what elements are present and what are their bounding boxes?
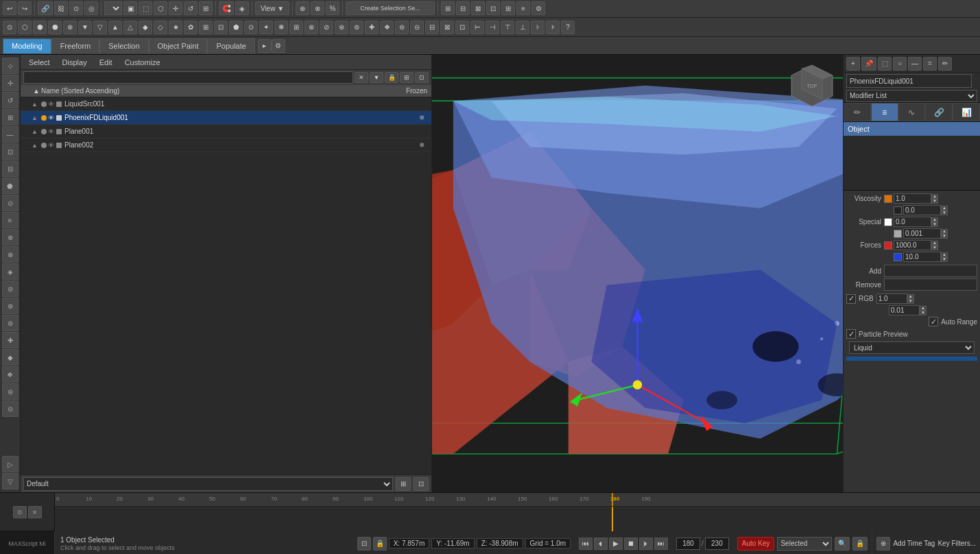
remove-box[interactable]	[884, 278, 977, 291]
lt-link[interactable]: —	[2, 126, 19, 143]
percent-btn[interactable]: %	[326, 1, 339, 15]
scene-item-phoenix[interactable]: ▲ 👁 PhoenixFDLiquid001 ❄	[21, 111, 431, 125]
tb-misc4[interactable]: ⊡	[486, 1, 500, 15]
lock-selection-btn[interactable]: ⊡	[357, 537, 371, 551]
scene-item-plane001[interactable]: ▲ 👁 Plane001	[21, 125, 431, 138]
bind2-btn[interactable]: ◎	[84, 1, 98, 15]
filter-dropdown[interactable]: All	[104, 1, 122, 15]
tb2-9[interactable]: △	[123, 21, 137, 34]
create-sel-btn[interactable]: Create Selection Se...	[346, 1, 435, 15]
tb2-22[interactable]: ⊘	[320, 21, 333, 34]
rp-minus-btn[interactable]: —	[908, 57, 922, 71]
lt-icon19[interactable]: ⊜	[2, 383, 19, 400]
forces-spin1[interactable]: ▲ ▼	[931, 241, 938, 250]
tb2-26[interactable]: ❖	[380, 21, 394, 34]
lt-icon16[interactable]: ✚	[2, 332, 19, 348]
snap-btn[interactable]: 🧲	[219, 1, 234, 15]
lt-move[interactable]: ✛	[2, 75, 19, 91]
go-end-btn[interactable]: ⏭	[654, 538, 668, 550]
forces-value1[interactable]	[894, 240, 931, 250]
view-dropdown[interactable]: View ▼	[255, 1, 289, 15]
add-time-tag-label[interactable]: Add Time Tag	[893, 540, 935, 547]
move-btn[interactable]: ✛	[169, 1, 182, 15]
select-obj-btn[interactable]: ▣	[123, 1, 137, 15]
lt-select[interactable]: ⊹	[2, 58, 19, 74]
viscosity-spin[interactable]: ▲ ▼	[931, 194, 938, 204]
tb2-32[interactable]: ⊢	[470, 21, 484, 34]
maxscript-label[interactable]: MAXScript Mi	[0, 531, 55, 555]
tab-settings-btn[interactable]: ⚙	[272, 39, 285, 53]
rp-pencil-btn[interactable]: ✏	[938, 57, 952, 71]
viscosity-spin2[interactable]: ▲ ▼	[941, 206, 948, 215]
special-spin2[interactable]: ▲ ▼	[941, 229, 948, 239]
tb-misc7[interactable]: ⚙	[531, 1, 545, 15]
search-btn1[interactable]: ⊞	[400, 72, 414, 83]
tab-populate[interactable]: Populate	[207, 38, 254, 53]
tb2-1[interactable]: ⊙	[3, 21, 16, 34]
lt-icon6[interactable]: ⊟	[2, 160, 19, 177]
object-name-input[interactable]	[846, 74, 972, 88]
undo-btn[interactable]: ↩	[3, 1, 16, 15]
lt-icon10[interactable]: ⊕	[2, 229, 19, 245]
selected-dropdown[interactable]: Selected	[777, 537, 832, 551]
particle-preview-checkbox[interactable]: ✓	[846, 329, 856, 339]
lt-icon11[interactable]: ⊗	[2, 246, 19, 263]
snap2-btn[interactable]: ◈	[235, 1, 249, 15]
scene-menu-display[interactable]: Display	[57, 55, 93, 70]
tb2-15[interactable]: ⊡	[214, 21, 228, 34]
tb2-16[interactable]: ⬟	[229, 21, 243, 34]
tab-modeling[interactable]: Modeling	[3, 38, 51, 53]
lt-icon5[interactable]: ⊡	[2, 143, 19, 160]
redo-btn[interactable]: ↪	[18, 1, 32, 15]
tb-misc2[interactable]: ⊟	[456, 1, 470, 15]
viewport[interactable]: [+] [Perspective] [Standard] [Default Sh…	[432, 55, 843, 492]
scene-props-btn[interactable]: ⊡	[414, 477, 429, 491]
rp-rect-btn[interactable]: ⬚	[878, 57, 892, 71]
add-tag-icon[interactable]: ⊕	[876, 537, 890, 551]
rotate-btn[interactable]: ↺	[184, 1, 198, 15]
lt-icon15[interactable]: ⊚	[2, 315, 19, 331]
special-color-gray[interactable]	[894, 230, 902, 238]
viewport-canvas[interactable]	[432, 55, 843, 492]
tb2-28[interactable]: ⊝	[410, 21, 424, 34]
tb-misc5[interactable]: ⊞	[501, 1, 515, 15]
tb2-2[interactable]: ⬡	[18, 21, 32, 34]
key-filters-label[interactable]: Key Filters...	[937, 540, 976, 547]
play-btn[interactable]: ▶	[609, 538, 623, 550]
search-filter-btn[interactable]: ▼	[370, 72, 383, 83]
timeline-ruler[interactable]: 0 10 20 30 40 50 60 70 80 90 100 110 120…	[55, 493, 980, 507]
tb2-33[interactable]: ⊣	[486, 21, 499, 34]
link-btn[interactable]: 🔗	[38, 1, 53, 15]
tb2-23[interactable]: ⊛	[335, 21, 348, 34]
rgb-checkbox[interactable]: ✓	[846, 294, 856, 304]
tb2-37[interactable]: ⊧	[546, 21, 560, 34]
scene-menu-customize[interactable]: Customize	[119, 55, 166, 70]
tb2-31[interactable]: ⊡	[455, 21, 469, 34]
tb2-36[interactable]: ⊦	[531, 21, 545, 34]
lt-icon20[interactable]: ⊝	[2, 400, 19, 417]
scene-layers-btn[interactable]: ⊞	[396, 477, 411, 491]
unlink-btn[interactable]: ⛓	[54, 1, 68, 15]
tb2-14[interactable]: ⊞	[199, 21, 213, 34]
lt-bottom2[interactable]: ▽	[2, 473, 19, 490]
rp-tab-link[interactable]: 🔗	[925, 103, 953, 121]
tb2-29[interactable]: ⊟	[425, 21, 439, 34]
tb-misc3[interactable]: ⊠	[471, 1, 485, 15]
rp-eq-btn[interactable]: =	[923, 57, 937, 71]
lt-icon18[interactable]: ❖	[2, 366, 19, 383]
rgb-spin[interactable]: ▲ ▼	[907, 294, 914, 304]
lt-icon17[interactable]: ◆	[2, 349, 19, 365]
tab-freeform[interactable]: Freeform	[51, 38, 100, 53]
special-value2[interactable]	[903, 228, 941, 239]
frame-total-input[interactable]	[705, 538, 729, 550]
lt-icon9[interactable]: ≡	[2, 212, 19, 228]
rgb-value2[interactable]	[889, 305, 920, 315]
tb2-3[interactable]: ⬢	[33, 21, 47, 34]
scene-menu-select[interactable]: Select	[23, 55, 56, 70]
tb2-12[interactable]: ★	[169, 21, 182, 34]
scene-item-plane002[interactable]: ▲ 👁 Plane002 ❄	[21, 138, 431, 152]
add-box[interactable]	[884, 265, 977, 277]
viscosity-value1[interactable]	[894, 193, 931, 204]
viscosity-color2[interactable]	[894, 206, 902, 215]
rp-tab-curve[interactable]: ∿	[898, 103, 926, 121]
